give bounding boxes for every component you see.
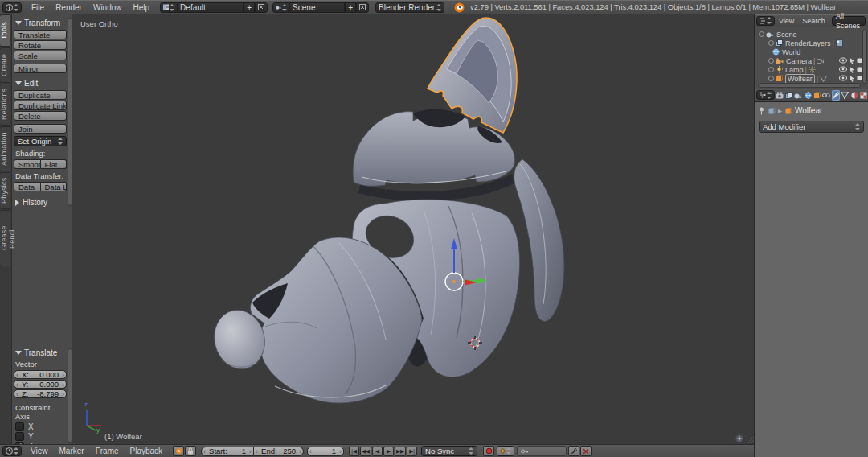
pin-icon[interactable] bbox=[758, 107, 765, 115]
pointer-icon[interactable] bbox=[849, 75, 855, 82]
timeline-menu-playback[interactable]: Playback bbox=[125, 444, 169, 457]
mirror-button[interactable]: Mirror bbox=[14, 64, 67, 73]
outliner-row-world[interactable]: World bbox=[757, 47, 868, 56]
wolf-mask-model[interactable] bbox=[72, 14, 754, 444]
outliner-row-renderlayers[interactable]: RenderLayers | bbox=[757, 39, 868, 47]
outliner-editor-type-button[interactable] bbox=[756, 16, 775, 26]
vector-y-field[interactable]: Y:0.000 bbox=[14, 380, 67, 389]
play-button[interactable]: ▶ bbox=[383, 447, 394, 456]
keying-set-field[interactable] bbox=[517, 446, 567, 456]
timeline-menu-marker[interactable]: Marker bbox=[54, 444, 90, 457]
jump-prev-keyframe-button[interactable]: ◀◀ bbox=[360, 447, 371, 456]
active-object-name[interactable]: Wolfear bbox=[785, 74, 815, 84]
outliner-h-scrollbar[interactable] bbox=[758, 83, 861, 88]
menu-window[interactable]: Window bbox=[88, 1, 128, 14]
duplicate-button[interactable]: Duplicate bbox=[14, 90, 67, 100]
data-layout-button[interactable]: Data Layo bbox=[41, 182, 68, 191]
tab-scene[interactable] bbox=[794, 90, 803, 101]
tab-render[interactable] bbox=[776, 90, 784, 101]
pointer-icon[interactable] bbox=[849, 57, 855, 64]
timeline-menu-view[interactable]: View bbox=[25, 444, 54, 457]
panel-edit-header[interactable]: Edit bbox=[14, 77, 67, 89]
3d-viewport[interactable]: User Ortho (1) Wolfear z y bbox=[72, 14, 754, 444]
outliner-row-wolfear[interactable]: Wolfear | bbox=[757, 74, 868, 83]
eye-icon[interactable] bbox=[839, 75, 847, 81]
current-frame-field[interactable]: 1 bbox=[307, 447, 344, 456]
pointer-icon[interactable] bbox=[849, 66, 855, 73]
menu-render[interactable]: Render bbox=[50, 1, 88, 14]
translate-button[interactable]: Translate bbox=[14, 30, 67, 39]
expand-icon[interactable] bbox=[759, 31, 764, 37]
checkbox-x[interactable] bbox=[15, 422, 24, 431]
properties-editor-type-button[interactable] bbox=[756, 90, 775, 100]
eye-icon[interactable] bbox=[839, 66, 847, 72]
add-layout-button[interactable]: + bbox=[244, 2, 255, 13]
tab-render-layers[interactable] bbox=[785, 90, 794, 101]
eye-icon[interactable] bbox=[839, 57, 847, 64]
add-modifier-dropdown[interactable]: Add Modifier bbox=[759, 121, 864, 133]
sync-mode-dropdown[interactable]: No Sync bbox=[421, 446, 477, 456]
scene-field[interactable]: Scene bbox=[290, 2, 345, 13]
tab-grease-pencil[interactable]: Grease Pencil bbox=[0, 210, 10, 266]
timeline-editor-type-button[interactable] bbox=[2, 446, 22, 456]
keying-mode-dropdown[interactable] bbox=[497, 446, 514, 456]
tab-constraints[interactable] bbox=[822, 90, 831, 101]
render-engine-dropdown[interactable]: Blender Render bbox=[375, 2, 444, 13]
smooth-button[interactable]: Smooth bbox=[14, 159, 41, 169]
vector-z-field[interactable]: Z:-8.799 bbox=[14, 389, 67, 398]
rotate-button[interactable]: Rotate bbox=[14, 40, 67, 50]
operator-panel-header[interactable]: Translate bbox=[14, 347, 67, 359]
flat-button[interactable]: Flat bbox=[41, 159, 68, 169]
close-layout-button[interactable] bbox=[255, 2, 268, 13]
close-scene-button[interactable] bbox=[356, 2, 369, 13]
duplicate-linked-button[interactable]: Duplicate Linked bbox=[14, 101, 67, 110]
set-origin-dropdown[interactable]: Set Origin bbox=[14, 136, 67, 146]
expand-icon[interactable] bbox=[768, 67, 774, 72]
tab-create[interactable]: Create bbox=[0, 47, 10, 83]
panel-transform-header[interactable]: Transform bbox=[14, 17, 67, 29]
outliner-menu-search[interactable]: Search bbox=[798, 15, 829, 27]
data-button[interactable]: Data bbox=[14, 182, 41, 191]
outliner-v-scrollbar[interactable] bbox=[862, 29, 867, 84]
delete-button[interactable]: Delete bbox=[14, 111, 67, 121]
add-scene-button[interactable]: + bbox=[345, 2, 356, 13]
menu-file[interactable]: File bbox=[26, 1, 50, 14]
breadcrumb-object-name[interactable]: Wolfear bbox=[795, 106, 822, 115]
frame-start-field[interactable]: Start:1 bbox=[201, 447, 254, 456]
scale-button[interactable]: Scale bbox=[14, 51, 67, 60]
model-piece-muzzle[interactable] bbox=[208, 237, 422, 403]
screen-layout-icon-button[interactable] bbox=[160, 2, 178, 13]
outliner-row-camera[interactable]: Camera | bbox=[757, 56, 868, 65]
expand-icon[interactable] bbox=[768, 76, 774, 81]
play-reverse-button[interactable]: ◀ bbox=[372, 447, 383, 456]
tab-animation[interactable]: Animation bbox=[0, 126, 10, 171]
join-button[interactable]: Join bbox=[14, 124, 67, 134]
preview-range-toggle[interactable] bbox=[173, 446, 184, 456]
scene-icon-button[interactable] bbox=[272, 2, 290, 13]
expand-icon[interactable] bbox=[768, 40, 774, 46]
new-keying-set-button[interactable] bbox=[568, 446, 579, 456]
info-editor-type-button[interactable] bbox=[2, 2, 22, 13]
expand-icon[interactable] bbox=[768, 58, 774, 64]
object-context-icon[interactable] bbox=[768, 107, 776, 115]
outliner-row-lamp[interactable]: Lamp | bbox=[757, 65, 868, 74]
region-expand-button[interactable] bbox=[735, 434, 743, 443]
tab-world[interactable] bbox=[804, 90, 813, 101]
jump-to-end-button[interactable]: ▶| bbox=[407, 447, 417, 456]
vector-x-field[interactable]: X:0.000 bbox=[14, 370, 67, 379]
jump-to-start-button[interactable]: |◀ bbox=[349, 447, 359, 456]
jump-next-keyframe-button[interactable]: ▶▶ bbox=[395, 447, 406, 456]
model-piece-side-flap[interactable] bbox=[514, 159, 564, 322]
tab-modifiers[interactable] bbox=[832, 90, 841, 101]
tab-material[interactable] bbox=[850, 90, 859, 101]
checkbox-y[interactable] bbox=[15, 432, 24, 441]
timeline-menu-frame[interactable]: Frame bbox=[90, 444, 125, 457]
panel-history-header[interactable]: History bbox=[14, 196, 67, 208]
remove-keying-set-button[interactable] bbox=[580, 446, 592, 456]
corner-resize-grip[interactable] bbox=[747, 437, 754, 443]
tab-object[interactable] bbox=[813, 90, 821, 101]
tab-physics[interactable]: Physics bbox=[0, 172, 10, 209]
auto-keyframe-record-button[interactable] bbox=[483, 446, 494, 456]
constraint-x-row[interactable]: X bbox=[14, 422, 67, 431]
frame-end-field[interactable]: End:250 bbox=[254, 447, 304, 456]
